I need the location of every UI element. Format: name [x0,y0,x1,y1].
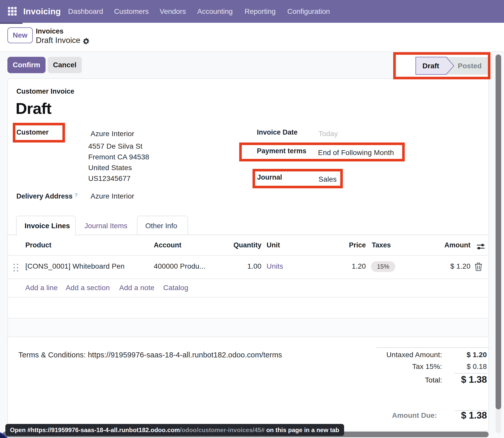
optional-columns-icon[interactable] [477,243,485,250]
tab-other-info[interactable]: Other Info [145,222,177,230]
document-state-heading: Draft [16,99,51,118]
tooltip-prefix: Open #https://91959976-saas-18-4-all.run… [10,426,180,433]
address-line: US12345677 [88,173,149,184]
address-line: United States [88,162,149,173]
empty-row [8,319,488,337]
col-header-taxes[interactable]: Taxes [372,241,391,249]
delivery-address-label-text: Delivery Address [16,192,73,200]
untaxed-amount-label: Untaxed Amount: [366,351,442,359]
tax-value: $ 0.18 [436,362,487,371]
tooltip-suffix: on this page in a new tab [265,426,339,433]
cell-product[interactable]: [CONS_0001] Whiteboard Pen [25,262,125,271]
amount-due-label: Amount Due: [360,411,437,420]
nav-item-reporting[interactable]: Reporting [245,7,276,16]
document-type-label: Customer Invoice [16,87,74,96]
nav-item-customers[interactable]: Customers [114,7,149,16]
terms-and-conditions[interactable]: Terms & Conditions: https://91959976-saa… [18,350,282,359]
cancel-button[interactable]: Cancel [48,57,82,73]
customer-address: 4557 De Silva St Fremont CA 94538 United… [88,141,149,184]
help-icon[interactable]: ? [74,192,77,198]
col-header-price[interactable]: Price [315,241,366,249]
tab-journal-items[interactable]: Journal Items [84,222,127,230]
payment-terms-value[interactable]: End of Following Month [318,148,394,157]
col-header-account[interactable]: Account [154,241,181,249]
breadcrumb-parent[interactable]: Invoices [36,27,63,36]
delivery-address-value[interactable]: Azure Interior [91,192,134,201]
total-value: $ 1.38 [431,375,487,385]
active-app-underline [0,23,23,24]
cell-tax-badge[interactable]: 15% [371,261,395,272]
vertical-scrollbar-thumb[interactable] [496,54,501,409]
apps-grid-icon[interactable] [8,7,17,16]
nav-item-vendors[interactable]: Vendors [160,7,186,16]
add-line-link[interactable]: Add a line [25,283,58,292]
app-name[interactable]: Invoicing [23,6,61,17]
tax-label: Tax 15%: [366,362,442,371]
journal-value[interactable]: Sales [319,175,337,184]
amount-due-value: $ 1.38 [431,410,487,421]
row-border [7,297,489,298]
totals-top-border [376,347,489,348]
annotation-rect-status [393,52,490,79]
band-divider [0,51,504,52]
nav-item-configuration[interactable]: Configuration [287,7,330,16]
tab-invoice-lines[interactable]: Invoice Lines [25,222,70,230]
col-header-amount[interactable]: Amount [419,241,470,249]
page-root: Invoicing Dashboard Customers Vendors Ac… [0,0,504,438]
untaxed-amount-value: $ 1.20 [436,351,487,359]
cell-price[interactable]: 1.20 [315,262,366,271]
delivery-address-label: Delivery Address ? [16,191,77,201]
col-header-product[interactable]: Product [25,241,51,249]
tooltip-muted: /odoo/customer-invoices/45# [180,426,265,433]
row-border [7,279,489,279]
invoice-date-label: Invoice Date [257,128,298,137]
header-bottom-border [7,255,489,256]
payment-terms-label: Payment terms [257,147,306,155]
address-line: 4557 De Silva St [88,141,149,152]
status-tooltip: Open #https://91959976-saas-18-4-all.run… [5,424,344,436]
add-note-link[interactable]: Add a note [119,283,154,292]
cell-unit[interactable]: Units [267,262,283,271]
drag-handle[interactable] [14,264,19,272]
nav-item-dashboard[interactable]: Dashboard [68,7,103,16]
annotation-rect-customer [13,123,65,143]
row-border [7,337,489,337]
address-line: Fremont CA 94538 [88,152,149,162]
cell-account[interactable]: 400000 Produ... [154,262,205,271]
breadcrumb-current: Draft Invoice [36,36,80,45]
journal-label: Journal [257,173,282,182]
invoice-date-placeholder[interactable]: Today [319,129,338,138]
cell-quantity[interactable]: 1.00 [210,262,261,271]
notebook-border [7,235,489,235]
row-border [7,318,489,319]
col-header-unit[interactable]: Unit [267,241,280,249]
catalog-link[interactable]: Catalog [163,283,188,292]
add-section-link[interactable]: Add a section [66,283,110,292]
total-separator [454,373,487,374]
trash-icon[interactable] [475,262,482,271]
col-header-quantity[interactable]: Quantity [210,241,261,249]
gear-icon[interactable] [82,38,90,45]
new-button[interactable]: New [7,27,33,43]
customer-value[interactable]: Azure Interior [91,129,134,138]
cell-amount: $ 1.20 [419,262,470,271]
confirm-button[interactable]: Confirm [7,57,46,73]
nav-item-accounting[interactable]: Accounting [197,7,233,16]
